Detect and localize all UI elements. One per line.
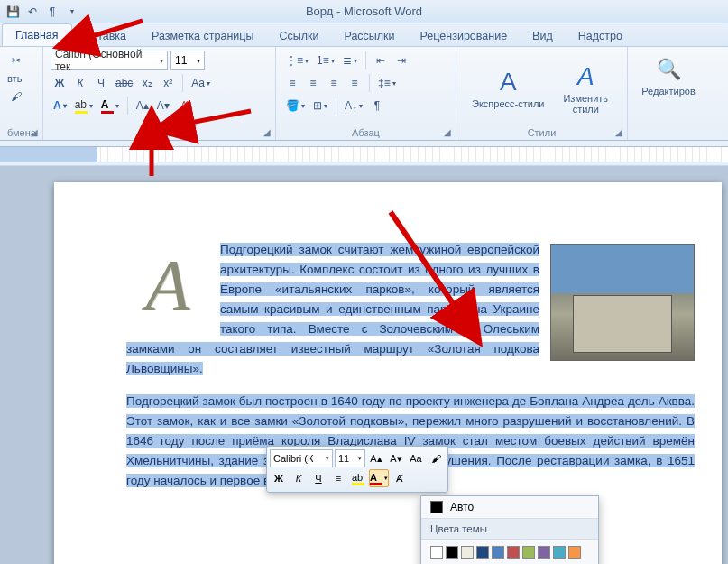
mini-font-name-combo[interactable]: Calibri (К▾ [270, 449, 333, 467]
change-case-button[interactable]: Aa [189, 73, 213, 93]
color-swatch[interactable] [568, 546, 581, 559]
qat-customize-icon[interactable]: ▾ [65, 5, 79, 19]
color-auto-item[interactable]: Авто [421, 496, 598, 518]
separator [182, 74, 183, 92]
bold-button[interactable]: Ж [51, 73, 69, 93]
theme-colors-grid [421, 540, 598, 564]
save-icon[interactable]: 💾 [5, 5, 20, 19]
clear-formatting-button[interactable]: Ⱥ [175, 96, 193, 116]
color-swatch[interactable] [492, 546, 504, 559]
horizontal-ruler[interactable] [0, 146, 728, 162]
mini-format-painter-button[interactable]: 🖌 [427, 449, 445, 467]
tab-home[interactable]: Главная [2, 23, 72, 46]
tab-review[interactable]: Рецензирование [408, 25, 521, 46]
group-editing: 🔍 Редактиров [628, 47, 709, 140]
tab-view[interactable]: Вид [520, 25, 566, 46]
color-swatch[interactable] [446, 546, 458, 559]
mini-font-name-value: Calibri (К [273, 453, 313, 464]
grow-font-button[interactable]: A▴ [134, 96, 152, 116]
increase-indent-button[interactable]: ⇥ [392, 51, 410, 70]
color-swatch[interactable] [553, 546, 566, 559]
color-swatch[interactable] [476, 546, 489, 559]
group-clipboard: ✂ вть 🖌 бмена ◢ [0, 47, 43, 140]
change-styles-icon: A [571, 62, 600, 91]
styles-launcher-icon[interactable]: ◢ [613, 125, 625, 138]
theme-colors-header: Цвета темы [421, 518, 598, 540]
mini-font-size-combo[interactable]: 11▾ [335, 449, 365, 467]
quick-access-toolbar: 💾 ↶ ¶ ▾ [5, 5, 79, 19]
text-effects-button[interactable]: A [51, 96, 69, 116]
sort-button[interactable]: A↓ [342, 96, 365, 116]
mini-grow-font-button[interactable]: A▴ [367, 449, 385, 467]
format-painter-icon[interactable]: 🖌 [7, 87, 25, 106]
quick-styles-button[interactable]: A Экспресс-стили [464, 63, 552, 114]
change-styles-label: Изменитьстили [563, 93, 608, 115]
mini-italic-button[interactable]: К [290, 469, 308, 487]
tab-mailings[interactable]: Рассылки [331, 25, 407, 46]
color-swatch[interactable] [430, 546, 443, 559]
align-center-button[interactable]: ≡ [304, 73, 322, 93]
paragraph-mark-icon[interactable]: ¶ [45, 5, 60, 19]
tab-page-layout[interactable]: Разметка страницы [139, 25, 266, 46]
change-styles-button[interactable]: A Изменитьстили [555, 58, 616, 119]
font-group-label: Шрифт [51, 125, 268, 138]
cut-icon[interactable]: ✂ [7, 51, 25, 70]
color-swatch[interactable] [507, 546, 520, 559]
superscript-button[interactable]: x² [159, 73, 177, 93]
mini-bold-button[interactable]: Ж [270, 469, 288, 487]
separator [369, 74, 370, 92]
mini-font-color-button[interactable]: A▾ [369, 469, 389, 487]
mini-change-case-button[interactable]: Aa [407, 449, 425, 467]
document-image-castle[interactable] [550, 244, 695, 361]
strikethrough-button[interactable]: abc [113, 73, 135, 93]
shading-button[interactable]: 🪣 [283, 96, 308, 116]
justify-button[interactable]: ≡ [346, 73, 364, 93]
clipboard-launcher-icon[interactable]: ◢ [28, 125, 41, 138]
undo-icon[interactable]: ↶ [25, 5, 40, 19]
mini-underline-button[interactable]: Ч [309, 469, 327, 487]
subscript-button[interactable]: x₂ [138, 73, 156, 93]
font-launcher-icon[interactable]: ◢ [261, 125, 273, 138]
editing-label: Редактиров [641, 86, 695, 97]
find-icon: 🔍 [654, 55, 683, 84]
mini-align-center-button[interactable]: ≡ [329, 469, 347, 487]
align-right-button[interactable]: ≡ [325, 73, 343, 93]
page[interactable]: А Подгорецкий замок считают жемчужиной е… [54, 182, 722, 564]
editing-button[interactable]: 🔍 Редактиров [633, 51, 703, 101]
decrease-indent-button[interactable]: ⇤ [372, 51, 390, 70]
show-marks-button[interactable]: ¶ [368, 96, 386, 116]
numbering-button[interactable]: 1≡ [314, 51, 337, 70]
italic-button[interactable]: К [71, 73, 89, 93]
align-left-button[interactable]: ≡ [283, 73, 301, 93]
mini-highlight-button[interactable]: ab [349, 469, 367, 487]
group-styles: A Экспресс-стили A Изменитьстили Стили ◢ [456, 47, 628, 140]
paragraph-launcher-icon[interactable]: ◢ [441, 125, 454, 138]
font-color-button[interactable]: A [98, 96, 122, 116]
ruler-area [0, 141, 728, 166]
borders-button[interactable]: ⊞ [310, 96, 330, 116]
font-name-combo[interactable]: Calibri (Основной тек▾ [51, 51, 168, 70]
font-name-value: Calibri (Основной тек [55, 48, 160, 73]
multilevel-button[interactable]: ≣ [340, 51, 360, 70]
tab-references[interactable]: Ссылки [266, 25, 331, 46]
font-size-value: 11 [175, 54, 187, 67]
drop-cap[interactable]: А [126, 244, 209, 327]
shrink-font-button[interactable]: A▾ [154, 96, 172, 116]
color-swatch[interactable] [461, 546, 474, 559]
tab-insert[interactable]: Вставка [72, 25, 139, 46]
line-spacing-button[interactable]: ‡≡ [375, 73, 399, 93]
mini-styles-button[interactable]: Ⱥ [391, 469, 409, 487]
separator [336, 97, 336, 115]
highlight-button[interactable]: ab [72, 96, 96, 116]
underline-button[interactable]: Ч [92, 73, 110, 93]
ribbon: ✂ вть 🖌 бмена ◢ Calibri (Основной тек▾ 1… [0, 47, 728, 141]
font-size-combo[interactable]: 11▾ [170, 51, 205, 70]
color-swatch[interactable] [538, 546, 550, 559]
bullets-button[interactable]: ⋮≡ [283, 51, 311, 70]
color-swatch[interactable] [522, 546, 535, 559]
styles-group-label: Стили [464, 125, 620, 138]
tab-addins[interactable]: Надстро [566, 25, 635, 46]
mini-toolbar: Calibri (К▾ 11▾ A▴ A▾ Aa 🖌 Ж К Ч ≡ ab A▾… [266, 446, 448, 493]
mini-shrink-font-button[interactable]: A▾ [387, 449, 405, 467]
auto-color-swatch [430, 501, 443, 513]
